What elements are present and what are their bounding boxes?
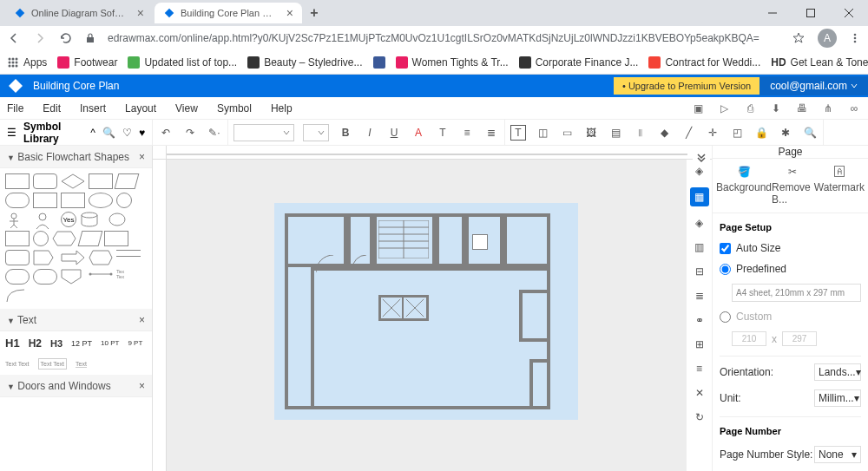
save-icon[interactable]: ⎙ [743, 101, 757, 115]
shape-connector[interactable] [33, 231, 49, 246]
pagenum-style-select[interactable]: None▾ [814, 446, 861, 463]
text-9pt[interactable]: 9 PT [128, 339, 142, 347]
bookmark[interactable]: Contract for Weddi... [648, 56, 760, 69]
section-doors-windows[interactable]: ▼ Doors and Windows × [0, 375, 152, 397]
close-section-icon[interactable]: × [139, 314, 145, 326]
section-text[interactable]: ▼ Text × [0, 309, 152, 331]
align-left-icon[interactable]: ≡ [459, 125, 475, 141]
align-center-icon[interactable]: ≣ [483, 125, 499, 141]
bookmark[interactable]: Updated list of top... [128, 56, 237, 69]
layers-icon[interactable]: ▤ [608, 125, 623, 141]
redo-icon[interactable]: ↷ [182, 125, 198, 141]
unit-select[interactable]: Millim...▾ [814, 389, 861, 407]
text-underline[interactable]: Text [76, 361, 87, 368]
shape-pill2[interactable] [33, 269, 57, 285]
text-12pt[interactable]: 12 PT [71, 339, 92, 348]
autosize-row[interactable]: Auto Size [720, 238, 861, 258]
predefined-row[interactable]: Predefined [720, 258, 861, 279]
shape-connector-line[interactable] [89, 269, 113, 285]
forward-button[interactable] [33, 31, 47, 45]
bookmark[interactable]: Women Tights & Tr... [396, 56, 509, 69]
history-icon[interactable]: ↻ [692, 409, 707, 425]
custom-row[interactable]: Custom [720, 306, 861, 327]
menu-edit[interactable]: Edit [43, 102, 61, 114]
shape-ellipse[interactable] [89, 193, 113, 208]
shape-hexagon[interactable] [52, 231, 76, 246]
menu-insert[interactable]: Insert [80, 102, 106, 114]
shape-pentagon[interactable] [33, 250, 57, 265]
bold-icon[interactable]: B [338, 125, 353, 141]
fill-icon[interactable]: ◆ [656, 125, 672, 141]
share-icon[interactable]: ⋔ [821, 101, 835, 115]
font-family-select[interactable] [233, 124, 294, 141]
distribute-icon[interactable]: ⫴ [632, 125, 648, 141]
minimize-button[interactable] [753, 0, 792, 26]
rect-tool-icon[interactable]: ▭ [559, 125, 575, 141]
settings-icon[interactable]: ✱ [778, 125, 793, 141]
link-icon[interactable]: ⚭ [692, 312, 707, 328]
undo-icon[interactable]: ↶ [158, 125, 174, 141]
line-icon[interactable]: ╱ [681, 125, 696, 141]
add-icon[interactable]: ⊞ [692, 337, 707, 352]
play-icon[interactable]: ▷ [717, 101, 731, 115]
text-box-border[interactable]: Text Text [38, 358, 68, 370]
close-window-button[interactable] [830, 0, 868, 26]
align-icon[interactable]: ▥ [692, 239, 707, 255]
download-icon[interactable]: ⬇ [769, 101, 783, 115]
shape-arc[interactable] [5, 288, 30, 304]
new-tab-button[interactable]: + [304, 3, 325, 23]
camera-icon[interactable]: ▣ [691, 101, 705, 115]
shape-shield[interactable] [61, 269, 85, 285]
shape-database[interactable] [108, 212, 132, 227]
text-tool-icon[interactable]: T [510, 125, 526, 141]
shape-yes[interactable]: Yes [61, 212, 76, 227]
shape-actor[interactable] [5, 212, 30, 227]
shape-terminator[interactable] [5, 193, 30, 208]
tab-background[interactable]: 🪣Background [716, 166, 772, 206]
underline-icon[interactable]: U [386, 125, 402, 141]
shape-manual[interactable] [104, 231, 128, 246]
lock-icon[interactable]: 🔒 [753, 125, 769, 141]
stack-icon[interactable]: ≣ [692, 288, 707, 304]
close-icon[interactable]: × [286, 6, 293, 20]
shape-document[interactable] [89, 173, 113, 189]
shape-predefined[interactable] [61, 193, 85, 208]
menu-layout[interactable]: Layout [125, 102, 156, 114]
symbol-library-header[interactable]: ☰ Symbol Library ^ 🔍 ♡ ♥ [0, 120, 153, 146]
shape-annotation[interactable]: TexTex [116, 269, 141, 285]
apps-button[interactable]: Apps [7, 56, 47, 69]
close-icon[interactable]: × [137, 6, 144, 20]
text-box[interactable]: Text Text [5, 361, 30, 367]
font-size-select[interactable] [303, 124, 329, 141]
page-settings-icon[interactable]: ▦ [690, 187, 709, 206]
search-icon[interactable]: 🔍 [102, 127, 115, 139]
shape-cylinder[interactable] [80, 212, 104, 227]
text-size-icon[interactable]: T [435, 125, 450, 141]
autosize-checkbox[interactable] [720, 243, 731, 254]
print-icon[interactable]: 🖶 [795, 101, 809, 115]
shape-parallelogram[interactable] [115, 173, 140, 189]
menu-help[interactable]: Help [271, 102, 293, 114]
browser-tab[interactable]: Online Diagram Software - Edra... × [5, 3, 153, 23]
tab-watermark[interactable]: 🄰Watermark [814, 166, 865, 206]
section-flowchart-shapes[interactable]: ▼ Basic Flowchart Shapes × [0, 146, 152, 168]
reload-button[interactable] [59, 31, 73, 45]
star-icon[interactable] [792, 31, 806, 45]
heart-outline-icon[interactable]: ♡ [122, 127, 132, 139]
shape-circle[interactable] [116, 193, 132, 208]
shape-pill[interactable] [5, 269, 30, 285]
custom-radio[interactable] [720, 311, 731, 323]
orientation-select[interactable]: Lands...▾ [814, 363, 861, 381]
close-section-icon[interactable]: × [139, 151, 145, 163]
close-section-icon[interactable]: × [139, 380, 145, 392]
shape-diamond[interactable] [61, 173, 85, 189]
italic-icon[interactable]: I [362, 125, 378, 141]
custom-width-input[interactable] [732, 331, 766, 346]
upgrade-button[interactable]: • Upgrade to Premium Version [614, 77, 760, 95]
shape-lines[interactable] [116, 250, 141, 257]
link-icon[interactable]: ∞ [847, 101, 861, 115]
shape-rect[interactable] [5, 173, 30, 189]
image-tool-icon[interactable]: 🖼 [583, 125, 599, 141]
distribute-icon[interactable]: ⊟ [692, 264, 707, 279]
custom-height-input[interactable] [782, 331, 817, 346]
